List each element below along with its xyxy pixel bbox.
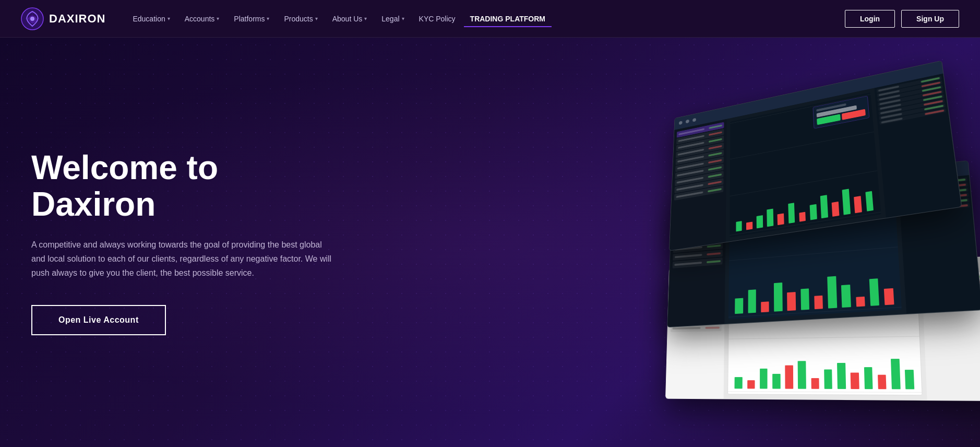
screen-sidebar-1	[670, 119, 727, 251]
nav-right: Login Sign Up	[845, 10, 959, 28]
chevron-down-icon: ▾	[217, 16, 219, 21]
hero-section: Welcome to Daxiron A competitive and alw…	[0, 38, 980, 447]
chevron-down-icon: ▾	[315, 16, 318, 21]
nav-item-legal[interactable]: Legal ▾	[375, 10, 410, 27]
hero-subtitle: A competitive and always working towards…	[31, 238, 334, 280]
chevron-down-icon: ▾	[168, 16, 170, 21]
platform-stack	[594, 69, 980, 414]
hero-visual	[594, 69, 980, 414]
chevron-down-icon: ▾	[402, 16, 404, 21]
nav-links: Education ▾ Accounts ▾ Platforms ▾ Produ…	[126, 10, 845, 27]
nav-item-kyc-policy[interactable]: KYC Policy	[413, 10, 462, 27]
chevron-down-icon: ▾	[267, 16, 269, 21]
chart-area-1	[730, 92, 881, 238]
open-live-account-button[interactable]: Open Live Account	[31, 305, 166, 335]
logo-icon	[21, 7, 44, 30]
nav-item-products[interactable]: Products ▾	[278, 10, 324, 27]
nav-item-trading-platform[interactable]: TRADING PLATFORM	[464, 10, 552, 27]
hero-title: Welcome to Daxiron	[31, 149, 334, 223]
right-panel-1	[874, 74, 961, 218]
hero-content: Welcome to Daxiron A competitive and alw…	[0, 108, 365, 377]
nav-item-platforms[interactable]: Platforms ▾	[228, 10, 276, 27]
nav-item-education[interactable]: Education ▾	[126, 10, 176, 27]
login-button[interactable]: Login	[845, 10, 895, 28]
chevron-down-icon: ▾	[364, 16, 367, 21]
logo-link[interactable]: DAXIRON	[21, 7, 105, 30]
navbar: DAXIRON Education ▾ Accounts ▾ Platforms…	[0, 0, 980, 38]
nav-item-about-us[interactable]: About Us ▾	[326, 10, 374, 27]
nav-item-accounts[interactable]: Accounts ▾	[178, 10, 226, 27]
signup-button[interactable]: Sign Up	[901, 10, 959, 28]
brand-name: DAXIRON	[49, 12, 105, 26]
